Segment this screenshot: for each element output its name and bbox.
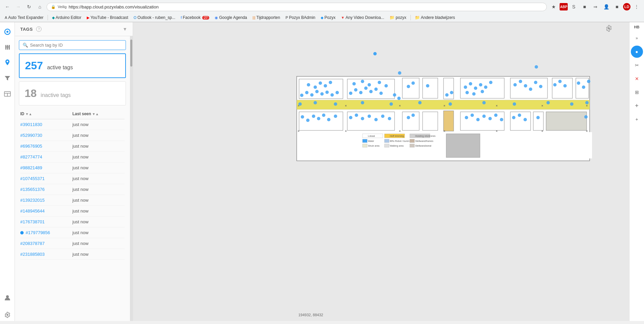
sidebar-icon-location[interactable] [1,57,14,69]
tags-scrollbar-thumb[interactable] [130,40,132,67]
bookmark-google-agenda[interactable]: ◉ Google Agenda [213,15,249,21]
svg-point-100 [465,91,469,94]
search-input[interactable] [30,43,122,48]
inactive-tags-card[interactable]: 18 inactive tags [19,81,126,105]
svg-text:Lokaal: Lokaal [368,135,375,137]
svg-text:×: × [345,129,347,133]
svg-rect-23 [299,112,343,130]
address-bar[interactable]: 🔒 Veilig https://bapp.cloud.pozyxlabs.co… [47,3,547,11]
reload-button[interactable]: ↻ [24,2,34,11]
active-label: active tags [47,65,73,71]
svg-point-150 [512,116,515,119]
sidebar-icon-filter[interactable] [1,72,14,84]
tag-id-link[interactable]: #208378787 [20,241,73,246]
google-agenda-icon: ◉ [215,16,218,20]
tag-lastseen: just now [73,208,125,214]
tag-id-link[interactable]: #69676905 [20,144,73,149]
svg-point-71 [325,91,329,94]
svg-point-69 [315,90,319,93]
right-btn-plus-small[interactable]: + [631,113,643,125]
ext4-button[interactable]: 👤 [601,2,611,11]
abp-button[interactable]: ABP [560,3,568,10]
pozyx-badmin-icon: P [286,16,288,20]
right-btn-plus-large[interactable]: + [631,100,643,112]
ext6-button[interactable]: LD [623,3,630,10]
svg-point-85 [379,92,383,95]
bookmark-outlook[interactable]: O Outlook - ruben_sp... [132,15,178,21]
ext5-button[interactable]: ■ [612,2,622,11]
sidebar-icon-tools[interactable] [1,41,14,53]
tag-id-link[interactable]: #98821489 [20,165,73,170]
menu-button[interactable]: ⋮ [632,2,641,11]
right-btn-active[interactable]: ● [631,46,643,58]
svg-text:Walking area: Walking area [390,145,404,147]
bookmark-separator-2 [410,15,411,20]
ext2-button[interactable]: ■ [580,2,589,11]
tag-id-link[interactable]: #231885803 [20,252,73,257]
bookmark-andere[interactable]: 📁 Andere bladwijzers [413,15,457,21]
tag-id-link[interactable]: #39011830 [20,122,73,127]
bookmark-facebook[interactable]: f Facebook 27 [179,15,211,21]
sidebar-icon-settings-bottom[interactable] [1,309,14,321]
tag-id-link[interactable]: #82774774 [20,154,73,159]
svg-point-121 [449,102,452,106]
visualization-settings-button[interactable] [606,25,612,33]
svg-text:×: × [298,129,299,133]
right-btn-close[interactable]: ✕ [631,73,643,85]
right-btn-grid[interactable]: ⊞ [631,86,643,98]
tag-id-link[interactable]: #135651376 [20,187,73,192]
sidebar-icon-logo[interactable] [1,26,14,38]
svg-rect-27 [444,111,454,131]
svg-rect-13 [297,100,590,109]
tag-id-link[interactable]: #176738701 [20,219,73,224]
bookmark-auto-text-expander[interactable]: A Auto Text Expander [3,15,46,21]
svg-text:×: × [496,104,498,107]
bookmark-tijdrapporten[interactable]: ||| Tijdrapporten [250,15,282,21]
svg-point-147 [488,117,492,120]
search-box[interactable]: 🔍 [19,40,126,50]
tag-lastseen: just now [73,165,125,170]
main-visualization-area[interactable]: Lokaal Hoff trimming Hoisting rek/drones… [133,22,629,321]
svg-point-67 [305,91,308,94]
table-row: #135651376just now [20,184,125,195]
active-tags-card[interactable]: 257 active tags [19,53,126,78]
tag-id-link[interactable]: #139232015 [20,198,73,203]
tag-id-link[interactable]: #148945644 [20,208,73,214]
bookmark-arduino[interactable]: ◆ Arduino Editor [50,15,83,21]
svg-point-88 [361,80,364,83]
bookmark-pozyx-badmin[interactable]: P Pozyx BAdmin [284,15,317,21]
forward-button[interactable]: → [14,2,23,11]
tags-scrollbar[interactable] [130,36,133,321]
bookmark-youtube[interactable]: ▶ YouTube - Broadcast [85,15,130,21]
back-button[interactable]: ← [3,2,12,11]
sidebar-icon-floor[interactable] [1,88,14,100]
star-button[interactable]: ★ [549,2,558,11]
bookmark-pozyx-folder[interactable]: 📁 pozyx [387,15,408,21]
home-button[interactable]: ⌂ [35,2,45,11]
url-text[interactable]: https://bapp.cloud.pozyxlabs.com/visuali… [69,4,542,9]
ext3-button[interactable]: ⇒ [591,2,600,11]
col-lastseen-header[interactable]: Last seen ▼▲ [73,111,125,116]
tag-id-link[interactable]: #179779856 [20,230,73,235]
tag-lastseen: just now [73,122,125,127]
col-id-header[interactable]: ID ▼▲ [20,111,73,116]
tags-help-button[interactable]: ? [36,26,42,32]
tag-lastseen: just now [73,187,125,192]
svg-point-122 [482,101,486,104]
svg-point-1 [6,31,8,33]
svg-point-160 [450,91,453,94]
bookmark-pozyx[interactable]: ◆ Pozyx [319,15,338,21]
bookmark-any-video[interactable]: ▼ Any Video Downloa... [339,15,386,21]
ext1-button[interactable]: S [569,2,579,11]
right-btn-forward[interactable]: » [631,32,643,44]
tags-dropdown-button[interactable]: ▼ [123,26,127,32]
tag-id-link[interactable]: #107455371 [20,176,73,181]
tags-table: ID ▼▲ Last seen ▼▲ #39011830just now#529… [19,109,126,260]
tag-lastseen: just now [73,176,125,181]
svg-text:Hoisting rek/drones: Hoisting rek/drones [415,135,436,138]
table-row: #179779856just now [20,227,125,238]
svg-point-79 [349,92,352,95]
sidebar-icon-user[interactable] [4,294,11,302]
tag-id-link[interactable]: #52990730 [20,133,73,138]
right-btn-scissors[interactable]: ✂ [631,59,643,71]
